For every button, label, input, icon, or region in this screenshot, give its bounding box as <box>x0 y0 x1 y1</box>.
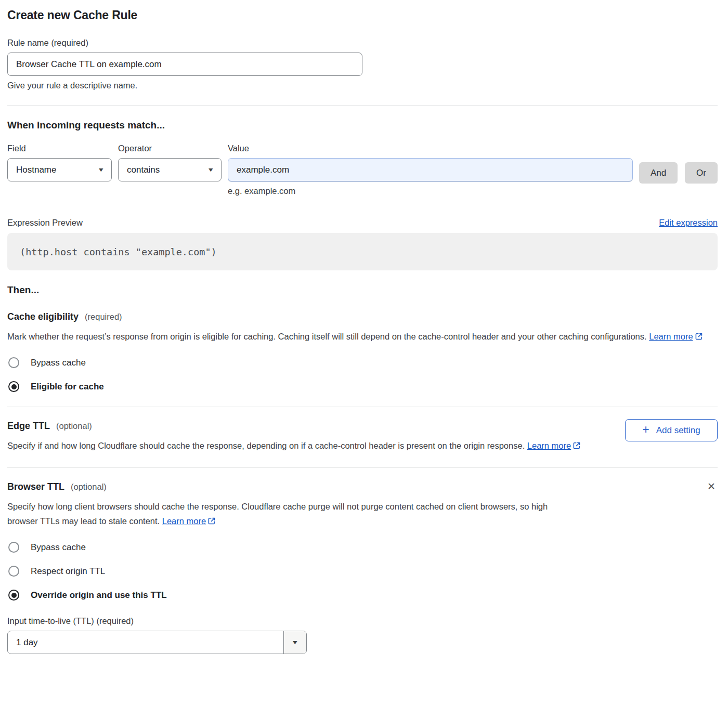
cache-eligibility-title-row: Cache eligibility (required) <box>7 311 718 322</box>
value-help: e.g. example.com <box>228 186 633 196</box>
expression-code-block: (http.host contains "example.com") <box>7 233 718 270</box>
radio-icon <box>8 590 19 601</box>
browser-ttl-section: Browser TTL (optional) Specify how long … <box>7 481 718 654</box>
browser-ttl-description-text: Specify how long client browsers should … <box>7 502 548 526</box>
ttl-select[interactable]: 1 day ▼ <box>7 631 307 654</box>
radio-label: Override origin and use this TTL <box>31 590 167 601</box>
value-column: Value e.g. example.com <box>228 144 633 196</box>
radio-icon <box>8 381 19 392</box>
rule-name-group: Rule name (required) Give your rule a de… <box>7 38 718 90</box>
or-button[interactable]: Or <box>685 162 718 184</box>
operator-select-value: contains <box>127 165 160 175</box>
edge-ttl-learn-more-link[interactable]: Learn more <box>527 441 571 450</box>
rule-name-help: Give your rule a descriptive name. <box>7 81 718 90</box>
edit-expression-link[interactable]: Edit expression <box>659 218 718 228</box>
match-section-heading: When incoming requests match... <box>7 120 718 131</box>
radio-icon <box>8 357 19 368</box>
and-button[interactable]: And <box>639 162 678 184</box>
create-cache-rule-page: Create new Cache Rule Rule name (require… <box>0 0 728 670</box>
add-setting-label: Add setting <box>656 425 700 436</box>
optional-badge: (optional) <box>71 482 107 492</box>
expression-code: (http.host contains "example.com") <box>20 246 217 257</box>
divider <box>7 467 718 468</box>
cache-eligibility-learn-more-link[interactable]: Learn more <box>649 332 693 341</box>
cache-eligibility-radio-group: Bypass cache Eligible for cache <box>7 357 718 392</box>
field-select-value: Hostname <box>16 165 56 175</box>
radio-bypass-cache[interactable]: Bypass cache <box>7 357 718 368</box>
chevron-down-icon: ▼ <box>97 167 105 173</box>
operator-select[interactable]: contains ▼ <box>118 158 222 181</box>
chevron-down-icon: ▼ <box>291 640 298 645</box>
match-condition-row: Field Hostname ▼ Operator contains ▼ Val… <box>7 144 718 196</box>
edge-ttl-description-text: Specify if and how long Cloudflare shoul… <box>7 441 525 450</box>
field-column: Field Hostname ▼ <box>7 144 112 181</box>
ttl-select-value: 1 day <box>8 631 283 654</box>
browser-ttl-radio-group: Bypass cache Respect origin TTL Override… <box>7 542 705 601</box>
ttl-input-group: Input time-to-live (TTL) (required) 1 da… <box>7 616 705 654</box>
close-icon[interactable]: ✕ <box>705 480 718 492</box>
then-heading: Then... <box>7 284 718 296</box>
rule-name-label: Rule name (required) <box>7 38 718 48</box>
operator-column: Operator contains ▼ <box>118 144 222 181</box>
browser-ttl-title-row: Browser TTL (optional) <box>7 481 705 492</box>
radio-label: Bypass cache <box>31 542 86 553</box>
add-setting-button[interactable]: + Add setting <box>625 419 718 441</box>
edge-ttl-section: Edge TTL (optional) Specify if and how l… <box>7 421 718 453</box>
cache-eligibility-description-text: Mark whether the request’s response from… <box>7 332 647 341</box>
radio-respect-origin-ttl[interactable]: Respect origin TTL <box>7 566 705 577</box>
radio-label: Respect origin TTL <box>31 566 105 577</box>
external-link-icon <box>573 442 581 451</box>
plus-icon: + <box>642 424 649 436</box>
field-label: Field <box>7 144 112 153</box>
divider <box>7 407 718 407</box>
radio-bypass-cache[interactable]: Bypass cache <box>7 542 705 553</box>
operator-label: Operator <box>118 144 222 153</box>
external-link-icon <box>695 333 703 342</box>
cache-eligibility-title: Cache eligibility <box>7 311 79 322</box>
ttl-label: Input time-to-live (TTL) (required) <box>7 616 705 626</box>
optional-badge: (optional) <box>56 421 92 431</box>
browser-ttl-content: Browser TTL (optional) Specify how long … <box>7 481 705 654</box>
edge-ttl-title-row: Edge TTL (optional) <box>7 421 625 432</box>
browser-ttl-learn-more-link[interactable]: Learn more <box>162 516 206 526</box>
cache-eligibility-section: Cache eligibility (required) Mark whethe… <box>7 311 718 392</box>
edge-ttl-content: Edge TTL (optional) Specify if and how l… <box>7 421 625 453</box>
cache-eligibility-description: Mark whether the request’s response from… <box>7 329 709 344</box>
radio-icon <box>8 542 19 553</box>
radio-eligible-for-cache[interactable]: Eligible for cache <box>7 381 718 392</box>
radio-label: Eligible for cache <box>31 382 104 392</box>
radio-override-origin-ttl[interactable]: Override origin and use this TTL <box>7 590 705 601</box>
radio-icon <box>8 566 19 577</box>
ttl-select-arrow-button[interactable]: ▼ <box>283 631 306 654</box>
browser-ttl-description: Specify how long client browsers should … <box>7 499 574 528</box>
required-badge: (required) <box>85 312 122 322</box>
page-title: Create new Cache Rule <box>7 8 718 22</box>
expression-header: Expression Preview Edit expression <box>7 218 718 228</box>
radio-label: Bypass cache <box>31 358 86 368</box>
external-link-icon <box>207 517 216 527</box>
edge-ttl-description: Specify if and how long Cloudflare shoul… <box>7 438 582 453</box>
value-label: Value <box>228 144 633 153</box>
value-input[interactable] <box>228 158 633 181</box>
field-select[interactable]: Hostname ▼ <box>7 158 112 181</box>
expression-preview-label: Expression Preview <box>7 218 83 228</box>
chevron-down-icon: ▼ <box>207 167 214 173</box>
edge-ttl-title: Edge TTL <box>7 421 50 432</box>
browser-ttl-title: Browser TTL <box>7 481 64 492</box>
divider <box>7 105 718 106</box>
rule-name-input[interactable] <box>7 53 362 76</box>
